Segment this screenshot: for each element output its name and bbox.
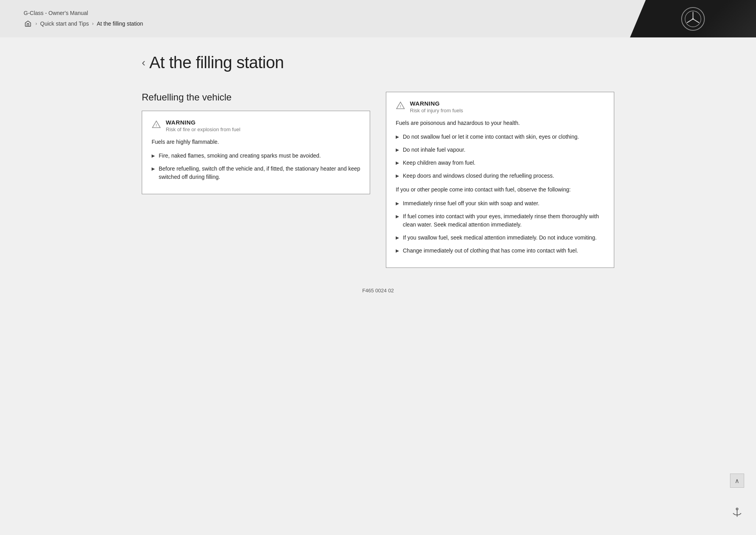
list-item: ▶ If you swallow fuel, seek medical atte… bbox=[396, 234, 604, 242]
warning-triangle-icon-right: ! bbox=[396, 101, 405, 110]
logo-area bbox=[630, 0, 756, 37]
bottom-icon-button[interactable] bbox=[730, 505, 744, 519]
bullet-arrow: ▶ bbox=[396, 147, 399, 153]
bullet-arrow: ▶ bbox=[396, 234, 399, 241]
warning-box-left: ! WARNING Risk of fire or explosion from… bbox=[142, 111, 370, 194]
list-item: ▶ Keep children away from fuel. bbox=[396, 159, 604, 167]
warning-box-right: ! WARNING Risk of injury from fuels Fuel… bbox=[386, 92, 614, 268]
anchor-icon bbox=[732, 507, 743, 518]
back-button[interactable]: ‹ bbox=[142, 57, 145, 68]
footer-code: F465 0024 02 bbox=[362, 288, 394, 294]
warning-list-left: ▶ Fire, naked flames, smoking and creati… bbox=[152, 152, 360, 181]
main-content: ‹ At the filling station Refuelling the … bbox=[118, 37, 638, 325]
warning-intro-left: Fuels are highly flammable. bbox=[152, 138, 360, 146]
list-item-text: Keep children away from fuel. bbox=[403, 159, 475, 167]
breadcrumb-section[interactable]: Quick start and Tips bbox=[40, 20, 89, 27]
right-column: ! WARNING Risk of injury from fuels Fuel… bbox=[386, 92, 614, 276]
svg-text:!: ! bbox=[156, 123, 157, 127]
list-item: ▶ If fuel comes into contact with your e… bbox=[396, 212, 604, 229]
home-icon[interactable] bbox=[24, 19, 32, 28]
warning-followup: If you or other people come into contact… bbox=[396, 186, 604, 194]
list-item: ▶ Do not inhale fuel vapour. bbox=[396, 146, 604, 154]
warning-subtitle-left: Risk of fire or explosion from fuel bbox=[166, 126, 240, 132]
warning-header-right: ! WARNING Risk of injury from fuels bbox=[396, 100, 604, 113]
warning-intro-right: Fuels are poisonous and hazardous to you… bbox=[396, 119, 604, 127]
doc-title: G-Class - Owner's Manual bbox=[24, 10, 606, 16]
breadcrumb-sep-2: › bbox=[92, 21, 94, 26]
list-item: ▶ Immediately rinse fuel off your skin w… bbox=[396, 199, 604, 208]
list-item-text: Immediately rinse fuel off your skin wit… bbox=[403, 199, 539, 208]
warning-title-block-right: WARNING Risk of injury from fuels bbox=[410, 100, 463, 113]
breadcrumb: › Quick start and Tips › At the filling … bbox=[24, 19, 606, 28]
page-title-row: ‹ At the filling station bbox=[142, 53, 614, 72]
list-item-text: Before refuelling, switch off the vehicl… bbox=[159, 165, 360, 181]
breadcrumb-sep-1: › bbox=[35, 21, 37, 26]
scroll-up-button[interactable]: ∧ bbox=[730, 474, 744, 488]
page-title: At the filling station bbox=[149, 53, 284, 72]
mercedes-logo bbox=[681, 7, 705, 31]
list-item-text: Do not swallow fuel or let it come into … bbox=[403, 133, 579, 141]
list-item: ▶ Fire, naked flames, smoking and creati… bbox=[152, 152, 360, 160]
list-item-text: Keep doors and windows closed during the… bbox=[403, 172, 554, 180]
warning-subtitle-right: Risk of injury from fuels bbox=[410, 108, 463, 113]
list-item: ▶ Keep doors and windows closed during t… bbox=[396, 172, 604, 180]
header-content: G-Class - Owner's Manual › Quick start a… bbox=[0, 0, 630, 37]
chevron-up-icon: ∧ bbox=[735, 477, 739, 485]
warning-title-left: WARNING bbox=[166, 119, 240, 126]
section-heading: Refuelling the vehicle bbox=[142, 92, 370, 103]
bullet-arrow: ▶ bbox=[396, 200, 399, 207]
warning-header-left: ! WARNING Risk of fire or explosion from… bbox=[152, 119, 360, 132]
list-item-text: If fuel comes into contact with your eye… bbox=[403, 212, 604, 229]
warning-title-right: WARNING bbox=[410, 100, 463, 107]
list-item-text: Change immediately out of clothing that … bbox=[403, 247, 578, 255]
bullet-arrow: ▶ bbox=[396, 160, 399, 166]
list-item: ▶ Change immediately out of clothing tha… bbox=[396, 247, 604, 255]
bullet-arrow: ▶ bbox=[396, 173, 399, 179]
svg-point-1 bbox=[692, 18, 694, 19]
left-column: Refuelling the vehicle ! WARNING Risk of… bbox=[142, 92, 370, 202]
bullet-arrow: ▶ bbox=[396, 213, 399, 220]
bullet-arrow: ▶ bbox=[396, 134, 399, 140]
svg-text:!: ! bbox=[400, 104, 401, 108]
list-item: ▶ Before refuelling, switch off the vehi… bbox=[152, 165, 360, 181]
header: G-Class - Owner's Manual › Quick start a… bbox=[0, 0, 756, 37]
list-item-text: If you swallow fuel, seek medical attent… bbox=[403, 234, 597, 242]
list-item-text: Do not inhale fuel vapour. bbox=[403, 146, 465, 154]
list-item-text: Fire, naked flames, smoking and creating… bbox=[159, 152, 321, 160]
breadcrumb-current: At the filling station bbox=[97, 20, 143, 27]
svg-point-4 bbox=[736, 508, 738, 510]
warning-triangle-icon-left: ! bbox=[152, 120, 161, 129]
list-item: ▶ Do not swallow fuel or let it come int… bbox=[396, 133, 604, 141]
footer: F465 0024 02 bbox=[142, 276, 614, 301]
warning-list-right-2: ▶ Immediately rinse fuel off your skin w… bbox=[396, 199, 604, 255]
warning-title-block-left: WARNING Risk of fire or explosion from f… bbox=[166, 119, 240, 132]
warning-list-right-1: ▶ Do not swallow fuel or let it come int… bbox=[396, 133, 604, 180]
two-col-layout: Refuelling the vehicle ! WARNING Risk of… bbox=[142, 92, 614, 276]
bullet-arrow: ▶ bbox=[152, 165, 155, 172]
bullet-arrow: ▶ bbox=[152, 152, 155, 159]
bullet-arrow: ▶ bbox=[396, 247, 399, 254]
